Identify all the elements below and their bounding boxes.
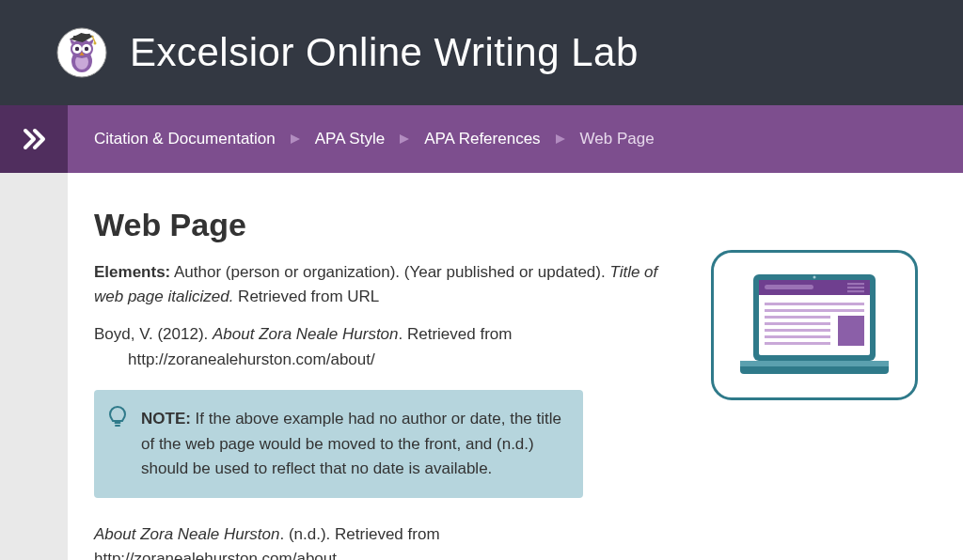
breadcrumb-separator-icon	[554, 132, 567, 146]
svg-rect-22	[847, 290, 864, 292]
svg-point-6	[75, 47, 79, 51]
example-italic: About Zora Neale Hurston	[213, 325, 399, 343]
example-citation: Boyd, V. (2012). About Zora Neale Hursto…	[94, 321, 673, 347]
page-body: Web Page Elements: Author (person or org…	[0, 173, 963, 560]
breadcrumb-separator-icon	[398, 132, 411, 146]
breadcrumb-link[interactable]: APA References	[424, 130, 540, 148]
content-wrap: Web Page Elements: Author (person or org…	[68, 173, 963, 560]
svg-point-17	[813, 276, 816, 279]
svg-rect-26	[765, 322, 830, 325]
example-pre: Boyd, V. (2012).	[94, 325, 213, 343]
note-box: NOTE: If the above example had no author…	[94, 390, 583, 498]
svg-rect-29	[765, 342, 830, 345]
breadcrumb-link[interactable]: Citation & Documentation	[94, 130, 276, 148]
svg-rect-27	[765, 329, 830, 332]
side-column	[711, 207, 937, 560]
example-citation-2: About Zora Neale Hurston. (n.d.). Retrie…	[94, 522, 673, 560]
svg-rect-21	[847, 287, 864, 288]
svg-rect-25	[765, 316, 830, 319]
site-title: Excelsior Online Writing Lab	[130, 30, 639, 75]
svg-rect-11	[115, 422, 121, 424]
lightbulb-icon	[107, 405, 128, 437]
breadcrumb-link[interactable]: APA Style	[315, 130, 385, 148]
svg-rect-30	[838, 316, 864, 346]
breadcrumb-separator-icon	[289, 132, 302, 146]
svg-rect-23	[765, 303, 864, 305]
chevron-double-right-icon	[18, 123, 50, 155]
svg-rect-14	[740, 361, 889, 366]
svg-point-7	[85, 47, 88, 51]
example-url: http://zoranealehurston.com/about/	[128, 350, 673, 369]
owl-logo-icon	[56, 27, 107, 78]
breadcrumb: Citation & Documentation APA Style APA R…	[68, 105, 655, 173]
page-title: Web Page	[94, 207, 673, 243]
laptop-illustration-icon	[711, 250, 918, 400]
elements-text: Retrieved from URL	[233, 288, 379, 305]
svg-rect-20	[847, 283, 864, 285]
elements-text: Author (person or organization). (Year p…	[170, 263, 609, 281]
svg-point-10	[94, 42, 97, 45]
svg-rect-28	[765, 335, 830, 338]
breadcrumb-bar: Citation & Documentation APA Style APA R…	[0, 105, 963, 173]
example-post: . Retrieved from	[399, 325, 513, 343]
example2-italic: About Zora Neale Hurston	[94, 525, 280, 543]
site-header: Excelsior Online Writing Lab	[0, 0, 963, 105]
breadcrumb-current: Web Page	[580, 130, 655, 148]
svg-rect-12	[115, 425, 120, 427]
elements-paragraph: Elements: Author (person or organization…	[94, 260, 673, 308]
note-label: NOTE:	[141, 410, 191, 428]
note-text: If the above example had no author or da…	[141, 410, 561, 477]
svg-rect-19	[765, 285, 813, 289]
svg-rect-24	[765, 309, 864, 312]
sidebar-toggle-button[interactable]	[0, 105, 68, 173]
elements-label: Elements:	[94, 263, 170, 281]
sidebar-gutter	[0, 173, 68, 560]
main-content: Web Page Elements: Author (person or org…	[94, 207, 673, 560]
